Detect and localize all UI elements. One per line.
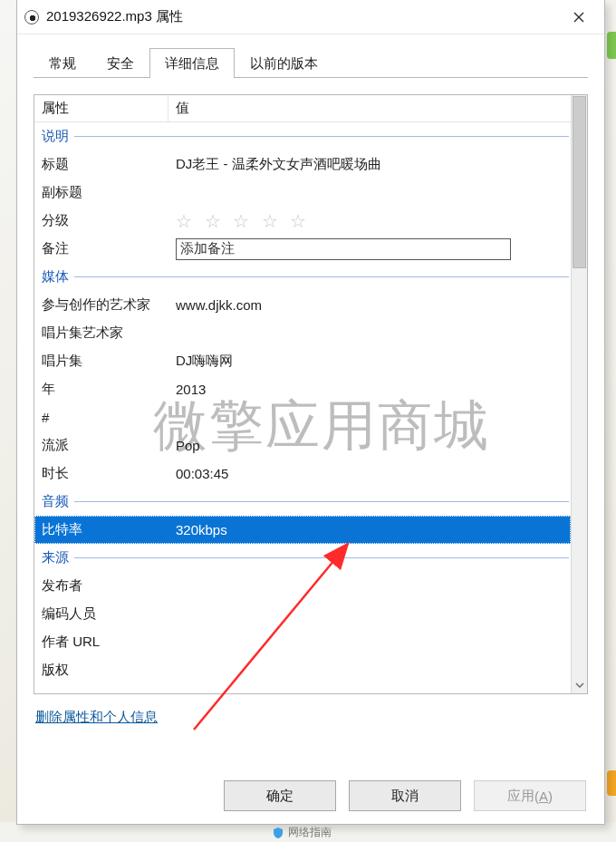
bg-badge-green — [607, 32, 616, 59]
titlebar: 2019326922.mp3 属性 — [17, 0, 604, 34]
comment-edit[interactable]: 添加备注 — [176, 238, 511, 260]
row-track-number[interactable]: # — [34, 403, 571, 431]
close-button[interactable] — [559, 4, 599, 31]
row-contributing-artist[interactable]: 参与创作的艺术家 www.djkk.com — [34, 291, 571, 319]
apply-button[interactable]: 应用(A) — [474, 780, 586, 811]
cancel-button[interactable]: 取消 — [349, 780, 461, 811]
tab-strip: 常规 安全 详细信息 以前的版本 — [34, 47, 588, 78]
bg-badge-orange — [607, 770, 616, 796]
tab-general[interactable]: 常规 — [34, 48, 91, 78]
row-genre[interactable]: 流派 Pop — [34, 431, 571, 460]
details-grid: 属性 值 说明 标题 DJ老王 - 温柔外文女声酒吧暖场曲 副标题 — [34, 94, 588, 694]
tab-details[interactable]: 详细信息 — [149, 48, 235, 78]
file-icon — [24, 10, 39, 24]
scroll-thumb[interactable] — [573, 96, 586, 268]
section-media: 媒体 — [34, 263, 571, 291]
vertical-scrollbar[interactable] — [571, 95, 587, 693]
header-property[interactable]: 属性 — [34, 95, 168, 121]
row-publisher[interactable]: 发布者 — [34, 572, 571, 600]
properties-dialog: 2019326922.mp3 属性 常规 安全 详细信息 以前的版本 属性 — [16, 0, 605, 825]
tab-previous-versions[interactable]: 以前的版本 — [235, 48, 333, 78]
row-bitrate[interactable]: 比特率 320kbps — [34, 516, 571, 544]
rating-stars[interactable]: ☆ ☆ ☆ ☆ ☆ — [176, 211, 310, 231]
row-copyright[interactable]: 版权 — [34, 656, 571, 684]
row-length[interactable]: 时长 00:03:45 — [34, 460, 571, 488]
row-title[interactable]: 标题 DJ老王 - 温柔外文女声酒吧暖场曲 — [34, 150, 571, 179]
row-author-url[interactable]: 作者 URL — [34, 628, 571, 656]
row-album[interactable]: 唱片集 DJ嗨嗨网 — [34, 347, 571, 375]
row-year[interactable]: 年 2013 — [34, 375, 571, 403]
row-comment[interactable]: 备注 添加备注 — [34, 235, 571, 263]
row-album-artist[interactable]: 唱片集艺术家 — [34, 319, 571, 347]
dialog-buttons: 确定 取消 应用(A) — [34, 780, 588, 811]
row-rating[interactable]: 分级 ☆ ☆ ☆ ☆ ☆ — [34, 207, 571, 235]
tab-security[interactable]: 安全 — [91, 48, 149, 78]
chevron-down-icon — [575, 682, 584, 688]
row-encoded-by[interactable]: 编码人员 — [34, 600, 571, 628]
shield-icon — [272, 827, 284, 839]
close-icon — [573, 12, 584, 23]
scroll-down-button[interactable] — [572, 677, 587, 693]
taskbar-item: 网络指南 — [272, 825, 332, 840]
section-description: 说明 — [34, 122, 571, 150]
grid-header: 属性 值 — [34, 95, 571, 122]
remove-properties-link[interactable]: 删除属性和个人信息 — [35, 709, 158, 726]
window-title: 2019326922.mp3 属性 — [46, 8, 183, 25]
header-value[interactable]: 值 — [168, 95, 571, 121]
section-audio: 音频 — [34, 488, 571, 516]
ok-button[interactable]: 确定 — [224, 780, 336, 811]
section-origin: 来源 — [34, 544, 571, 572]
row-subtitle[interactable]: 副标题 — [34, 179, 571, 207]
